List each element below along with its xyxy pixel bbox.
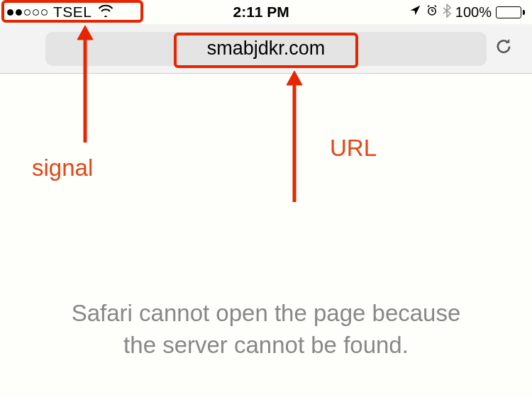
bluetooth-icon — [443, 4, 451, 21]
location-icon — [409, 4, 421, 20]
annotation-label-signal: signal — [32, 155, 93, 181]
status-right: 100% — [409, 4, 525, 21]
cellular-signal-icon — [7, 9, 48, 16]
error-message: Safari cannot open the page because the … — [0, 298, 532, 361]
annotation-label-url: URL — [330, 135, 377, 162]
battery-percentage: 100% — [455, 4, 492, 21]
clock: 2:11 PM — [233, 4, 289, 21]
reload-icon[interactable] — [494, 36, 514, 61]
address-field[interactable]: smabjdkr.com — [45, 32, 487, 66]
status-bar: TSEL 2:11 PM 100% — [0, 0, 532, 24]
carrier-label: TSEL — [53, 4, 92, 21]
url-text: smabjdkr.com — [207, 38, 326, 60]
svg-line-3 — [428, 5, 429, 6]
svg-line-4 — [435, 5, 436, 6]
url-bar: smabjdkr.com — [0, 24, 532, 74]
alarm-icon — [426, 4, 438, 21]
annotation-arrow-url — [284, 71, 305, 206]
status-left: TSEL — [7, 4, 113, 21]
wifi-icon — [98, 4, 113, 21]
battery-icon — [496, 6, 525, 18]
